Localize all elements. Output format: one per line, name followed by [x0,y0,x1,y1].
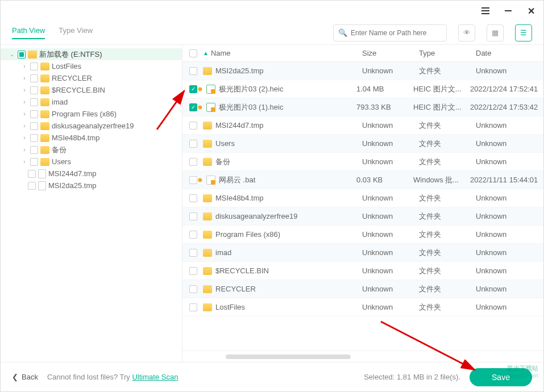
ultimate-scan-link[interactable]: Ultimate Scan [132,373,178,381]
checkbox[interactable] [30,158,38,166]
grid-icon: ▦ [492,28,499,37]
tree-folder[interactable]: ›LostFiles [1,60,182,72]
cell-type: 文件夹 [419,266,476,276]
preview-button[interactable]: 👁 [458,24,475,41]
expand-icon[interactable]: › [21,87,28,94]
column-type[interactable]: Type [419,49,476,57]
scrollbar-thumb[interactable] [226,355,351,359]
cell-name: Program Files (x86) [203,230,362,239]
tree-root[interactable]: ⌄ 新加载卷 (E:NTFS) [1,48,182,60]
select-all-checkbox[interactable] [189,49,197,57]
row-checkbox[interactable] [189,140,197,148]
search-box[interactable]: 🔍 [333,24,447,41]
table-row[interactable]: imadUnknown文件夹Unknown [182,244,543,262]
row-checkbox[interactable] [189,176,197,184]
collapse-icon[interactable]: ⌄ [9,51,15,58]
menu-button[interactable] [480,5,491,16]
row-checkbox[interactable] [189,231,197,239]
row-checkbox[interactable] [189,122,197,130]
folder-icon [40,86,49,94]
folder-icon [203,140,212,148]
tree-folder[interactable]: ›RECYCLER [1,72,182,84]
tab-type-view[interactable]: Type View [59,26,93,39]
row-checkbox[interactable] [189,212,197,220]
tree-folder[interactable]: ›imad [1,96,182,108]
folder-icon [203,249,212,257]
list-view-button[interactable]: ☰ [515,24,532,41]
row-checkbox[interactable] [189,267,197,275]
table-row[interactable]: MSI2da25.tmpUnknown文件夹Unknown [182,62,543,80]
tree-folder[interactable]: ›备份 [1,144,182,156]
checkbox[interactable] [30,74,38,82]
expand-icon[interactable]: › [21,63,28,70]
tree-folder[interactable]: ›MSIe48b4.tmp [1,132,182,144]
close-button[interactable]: ✕ [525,5,537,16]
checkbox[interactable] [30,122,38,130]
row-checkbox[interactable] [189,303,197,311]
expand-icon[interactable]: › [21,159,28,165]
expand-icon[interactable]: › [21,75,28,82]
row-checkbox[interactable]: ✓ [189,103,197,111]
column-name[interactable]: ▲Name [203,49,362,57]
checkbox[interactable] [28,170,36,178]
checkbox[interactable] [30,110,38,118]
checkbox[interactable] [30,134,38,142]
checkbox[interactable] [30,146,38,154]
checkbox[interactable] [30,86,38,94]
tree-folder[interactable]: ›Users [1,156,182,168]
table-row[interactable]: Program Files (x86)Unknown文件夹Unknown [182,226,543,244]
row-checkbox[interactable] [189,285,197,293]
cell-date: Unknown [476,194,537,202]
app-window: ✕ Path View Type View 🔍 👁 ▦ ☰ ⌄ 新加载卷 (E:… [0,0,544,392]
checkbox[interactable] [30,98,38,106]
status-icon: ⬣ [197,105,203,110]
cell-size: Unknown [362,66,419,75]
tree-file[interactable]: MSI2da25.tmp [1,180,182,191]
cell-date: Unknown [476,66,537,75]
column-date[interactable]: Date [476,49,537,57]
cell-size: Unknown [362,212,419,220]
table-row[interactable]: UsersUnknown文件夹Unknown [182,135,543,153]
expand-icon[interactable]: › [21,135,28,141]
back-button[interactable]: ❮ Back [12,373,38,381]
table-row[interactable]: ✓⬣极光图片03 (2).heic1.04 MBHEIC 图片文...2022/… [182,80,543,98]
checkbox[interactable] [30,62,38,70]
expand-icon[interactable]: › [21,111,28,118]
row-checkbox[interactable] [189,67,197,75]
minimize-button[interactable] [503,5,514,16]
row-checkbox[interactable] [189,194,197,202]
checkbox[interactable] [28,182,36,190]
tree-folder[interactable]: ›diskusageanalyzerfree19 [1,120,182,132]
tree-folder[interactable]: ›$RECYCLE.BIN [1,84,182,96]
expand-icon[interactable]: › [21,123,28,130]
tree-file[interactable]: MSI244d7.tmp [1,168,182,180]
table-row[interactable]: diskusageanalyzerfree19Unknown文件夹Unknown [182,207,543,226]
checkbox[interactable] [18,51,26,59]
expand-icon[interactable]: › [21,99,28,106]
table-row[interactable]: ⬣网易云 .bat0.03 KBWindows 批...2022/11/11 1… [182,171,543,189]
table-row[interactable]: 备份Unknown文件夹Unknown [182,153,543,171]
table-row[interactable]: LostFilesUnknown文件夹Unknown [182,298,543,316]
table-row[interactable]: MSI244d7.tmpUnknown文件夹Unknown [182,116,543,135]
grid-view-button[interactable]: ▦ [487,24,504,41]
column-size[interactable]: Size [362,49,419,57]
folder-icon [40,110,49,118]
table-row[interactable]: $RECYCLE.BINUnknown文件夹Unknown [182,262,543,280]
expand-icon[interactable]: › [21,147,28,153]
row-checkbox[interactable] [189,249,197,257]
table-row[interactable]: MSIe48b4.tmpUnknown文件夹Unknown [182,189,543,207]
table-row[interactable]: RECYCLERUnknown文件夹Unknown [182,280,543,298]
folder-icon [40,122,49,130]
drive-icon [28,51,37,59]
sidebar-tree: ⌄ 新加载卷 (E:NTFS) ›LostFiles›RECYCLER›$REC… [1,45,182,362]
close-icon: ✕ [528,6,535,16]
horizontal-scrollbar[interactable] [182,351,543,362]
cell-size: Unknown [362,303,419,311]
tree-folder[interactable]: ›Program Files (x86) [1,108,182,120]
tab-path-view[interactable]: Path View [12,26,45,39]
table-row[interactable]: ✓⬣极光图片03 (1).heic793.33 KBHEIC 图片文...202… [182,98,543,116]
search-input[interactable] [351,29,442,37]
row-checkbox[interactable]: ✓ [189,85,197,93]
save-button[interactable]: Save [470,368,532,386]
row-checkbox[interactable] [189,158,197,166]
